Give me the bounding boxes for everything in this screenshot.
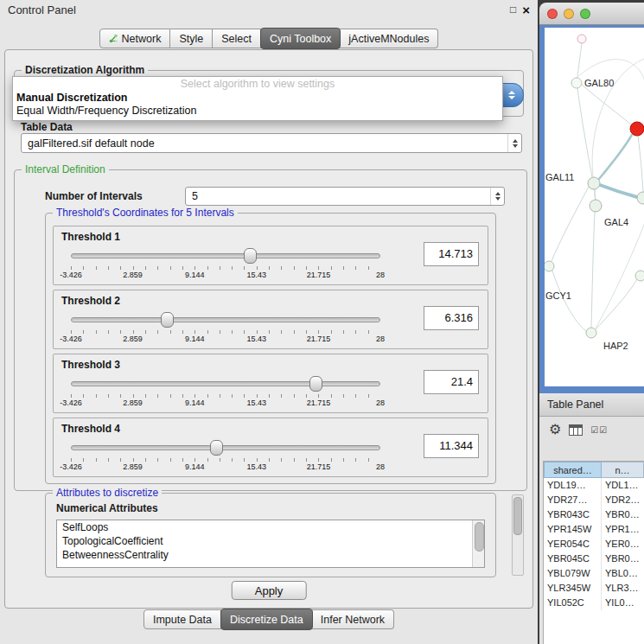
close-traffic-light-icon[interactable] <box>547 9 558 19</box>
network-edge[interactable] <box>577 60 644 80</box>
tick-label: 21.715 <box>307 462 331 471</box>
network-node[interactable] <box>637 192 644 204</box>
tab-infer-network[interactable]: Infer Network <box>312 609 394 629</box>
tab-impute-data[interactable]: Impute Data <box>143 609 221 629</box>
table-row[interactable]: YIL052CYIL0… <box>544 596 644 610</box>
slider-track <box>71 253 380 258</box>
tick-label: 15.43 <box>247 335 267 343</box>
list-item[interactable]: SelfLoops <box>57 520 484 534</box>
network-node[interactable] <box>577 35 586 43</box>
list-scrollbar[interactable] <box>472 520 484 567</box>
list-item[interactable]: TopologicalCoefficient <box>57 534 484 548</box>
table-cell: YBL0… <box>602 566 644 581</box>
gear-icon[interactable]: ⚙ <box>549 423 561 437</box>
slider-thumb[interactable] <box>161 312 174 328</box>
network-edge[interactable] <box>638 136 643 192</box>
minimize-traffic-light-icon[interactable] <box>564 9 574 19</box>
tab-style[interactable]: Style <box>170 29 213 48</box>
tick-label: 21.715 <box>307 335 331 343</box>
slider-ticks <box>71 394 380 398</box>
table-row[interactable]: YDL19…YDL1… <box>544 478 644 493</box>
tab-label: Cyni Toolbox <box>270 33 331 45</box>
table-panel-titlebar: Table Panel <box>539 393 644 417</box>
tab-network[interactable]: Network <box>99 29 171 48</box>
slider-tick-labels: -3.4262.8599.14415.4321.71528 <box>71 399 380 408</box>
tick-label: -3.426 <box>60 335 82 343</box>
table-row[interactable]: YBL079WYBL0… <box>544 566 644 581</box>
network-node[interactable] <box>586 328 596 338</box>
table-row[interactable]: YDR27…YDR2… <box>544 493 644 507</box>
dropdown-option[interactable]: Manual Discretization <box>13 92 502 105</box>
network-node[interactable] <box>571 78 582 88</box>
network-edge[interactable] <box>577 88 592 177</box>
threshold-slider[interactable] <box>71 248 380 263</box>
threshold-box: Threshold 2-3.4262.8599.14415.4321.71528… <box>53 290 488 349</box>
number-of-intervals-combobox[interactable]: 5 <box>185 187 505 206</box>
slider-thumb[interactable] <box>210 440 223 456</box>
list-item[interactable]: BetweennessCentrality <box>57 548 484 562</box>
network-node[interactable] <box>545 261 554 271</box>
tick-label: 2.859 <box>123 271 143 279</box>
tab-discretize-data[interactable]: Discretize Data <box>220 609 313 630</box>
table-row[interactable]: YPR145WYPR1… <box>544 522 644 537</box>
table-row[interactable]: YER054CYER0… <box>544 537 644 552</box>
network-node-label: GAL80 <box>584 78 614 88</box>
columns-icon[interactable] <box>569 424 583 436</box>
slider-tick-labels: -3.4262.8599.14415.4321.71528 <box>71 335 380 344</box>
scrollbar-thumb[interactable] <box>513 497 522 535</box>
threshold-value-field[interactable]: 11.344 <box>424 434 479 458</box>
network-edge[interactable] <box>577 43 582 77</box>
tick-label: 15.43 <box>247 271 267 279</box>
float-window-icon[interactable]: □ <box>510 4 516 15</box>
network-edge[interactable] <box>596 279 637 329</box>
numerical-attributes-list[interactable]: SelfLoopsTopologicalCoefficientBetweenne… <box>56 520 485 568</box>
threshold-slider[interactable] <box>71 440 380 455</box>
network-edge[interactable] <box>592 59 644 176</box>
network-edge[interactable] <box>595 189 596 200</box>
table-cell: YDR2… <box>602 493 644 507</box>
tick-label: 28 <box>376 462 385 471</box>
slider-thumb[interactable] <box>244 248 257 264</box>
table-row[interactable]: YBR045CYBR0… <box>544 552 644 566</box>
close-window-icon[interactable]: × <box>522 3 530 16</box>
network-node[interactable] <box>635 271 644 281</box>
table-data-combobox[interactable]: galFiltered.sif default node <box>21 133 522 153</box>
panel-scrollbar[interactable] <box>512 494 524 576</box>
scrollbar-thumb[interactable] <box>475 522 484 552</box>
tab-jactivemnodules[interactable]: jActiveMNodules <box>340 29 438 48</box>
threshold-slider[interactable] <box>71 312 380 327</box>
table-row[interactable]: YLR345WYLR3… <box>544 581 644 596</box>
table-cell: YBR0… <box>602 507 644 522</box>
network-node[interactable] <box>588 177 600 189</box>
tab-select[interactable]: Select <box>213 29 261 48</box>
threshold-value-field[interactable]: 6.316 <box>424 306 479 330</box>
dropdown-option[interactable]: Equal Width/Frequency Discretization <box>13 105 502 118</box>
network-edge[interactable] <box>552 187 589 261</box>
network-edge[interactable] <box>582 85 631 124</box>
threshold-value-field[interactable]: 14.713 <box>424 242 479 266</box>
tick-label: -3.426 <box>60 271 82 279</box>
threshold-slider[interactable] <box>71 376 380 391</box>
slider-thumb[interactable] <box>309 376 322 392</box>
table-cell: YLR3… <box>602 581 644 596</box>
apply-button[interactable]: Apply <box>232 581 307 600</box>
table-cell: YER054C <box>544 537 602 552</box>
tab-cyni-toolbox[interactable]: Cyni Toolbox <box>260 28 341 49</box>
network-edge[interactable] <box>600 185 637 197</box>
network-view-frame: GAL80GAL11GAL4GCY1HAP2 <box>539 25 644 393</box>
column-header[interactable]: shared… <box>544 462 602 478</box>
network-node[interactable] <box>630 122 644 136</box>
column-header[interactable]: n… <box>602 462 644 478</box>
slider-track <box>71 445 380 450</box>
network-node[interactable] <box>590 200 602 212</box>
group-title: Interval Definition <box>22 163 109 175</box>
zoom-traffic-light-icon[interactable] <box>580 9 590 19</box>
checkbox-icons[interactable]: ☑☑ <box>590 425 608 435</box>
tick-label: 2.859 <box>123 462 143 471</box>
threshold-value-field[interactable]: 21.4 <box>424 370 479 394</box>
network-canvas[interactable]: GAL80GAL11GAL4GCY1HAP2 <box>545 28 644 386</box>
table-row[interactable]: YBR043CYBR0… <box>544 507 644 522</box>
network-edge[interactable] <box>552 271 586 331</box>
network-edge[interactable] <box>591 212 595 328</box>
network-edge[interactable] <box>599 135 632 179</box>
